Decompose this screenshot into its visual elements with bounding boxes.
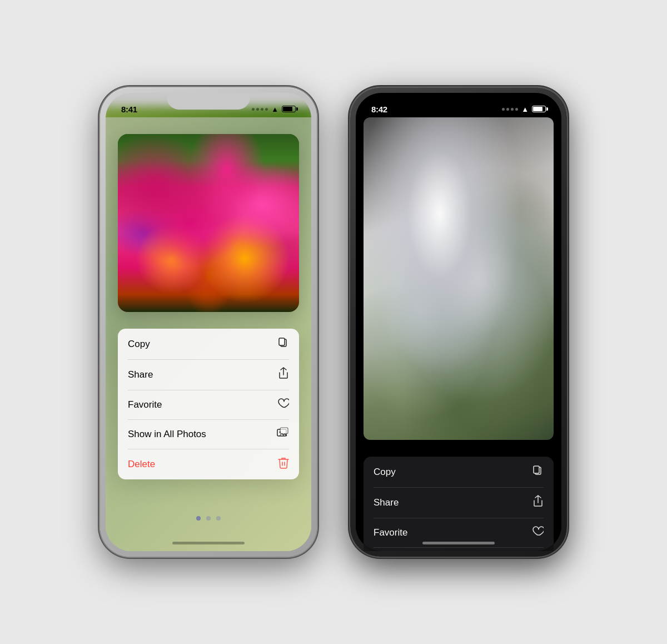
carrier-icon-light	[252, 108, 268, 111]
iphone-dark: 8:42 ▲ Copy	[350, 87, 567, 557]
home-bar-light	[172, 542, 245, 544]
dot-1	[206, 516, 211, 521]
menu-item-show-light[interactable]: Show in All Photos	[118, 419, 299, 449]
menu-item-copy-dark[interactable]: Copy	[364, 457, 554, 487]
menu-label-favorite-light: Favorite	[128, 399, 162, 410]
screen-light: 8:41 ▲	[106, 93, 311, 551]
status-icons-light: ▲	[252, 105, 296, 113]
menu-item-share-dark[interactable]: Share	[364, 487, 554, 518]
status-time-dark: 8:42	[371, 105, 387, 114]
menu-item-favorite-light[interactable]: Favorite	[118, 390, 299, 419]
dot-2	[216, 516, 221, 521]
bottom-dots-light	[106, 516, 311, 521]
svg-rect-4	[280, 428, 288, 434]
heart-icon-light	[277, 398, 289, 412]
photo-area-dark: Copy Share	[356, 117, 561, 551]
battery-icon-dark	[532, 106, 546, 112]
share-icon-dark	[532, 495, 544, 510]
waterfall-photo[interactable]	[364, 117, 554, 440]
menu-item-copy-light[interactable]: Copy	[118, 329, 299, 359]
notch-dark	[417, 93, 500, 110]
wifi-icon-dark: ▲	[521, 105, 529, 113]
iphone-light: 8:41 ▲	[100, 87, 317, 557]
status-time-light: 8:41	[121, 105, 137, 114]
battery-icon-light	[282, 106, 296, 112]
menu-label-copy-light: Copy	[128, 339, 150, 350]
menu-item-delete-light[interactable]: Delete	[118, 449, 299, 479]
wifi-icon-light: ▲	[271, 105, 278, 113]
flower-photo	[118, 134, 299, 312]
notch-light	[167, 93, 250, 110]
trash-icon-light	[278, 457, 289, 472]
copy-icon-light	[277, 336, 289, 351]
menu-label-copy-dark: Copy	[374, 467, 396, 478]
copy-icon-dark	[531, 464, 544, 479]
menu-label-share-light: Share	[128, 369, 153, 380]
dot-active	[196, 516, 201, 521]
screen-dark: 8:42 ▲ Copy	[356, 93, 561, 551]
context-menu-light: Copy Share	[118, 329, 299, 479]
heart-icon-dark	[531, 526, 544, 539]
menu-label-share-dark: Share	[374, 497, 399, 508]
menu-label-delete-light: Delete	[128, 459, 155, 470]
menu-label-favorite-dark: Favorite	[374, 527, 407, 538]
share-icon-light	[278, 367, 289, 382]
photo-background-light: Copy Share	[106, 117, 311, 551]
carrier-icon-dark	[502, 108, 518, 111]
home-bar-dark	[422, 542, 495, 544]
svg-rect-1	[279, 338, 285, 345]
context-menu-dark: Copy Share	[364, 457, 554, 551]
status-icons-dark: ▲	[502, 105, 546, 113]
menu-item-show-dark[interactable]: Show in All Photos	[364, 547, 554, 551]
menu-label-show-light: Show in All Photos	[128, 429, 206, 440]
photos-icon-light	[277, 427, 289, 441]
menu-item-share-light[interactable]: Share	[118, 359, 299, 390]
svg-rect-6	[534, 466, 539, 473]
photo-thumbnail-light[interactable]	[118, 134, 299, 312]
